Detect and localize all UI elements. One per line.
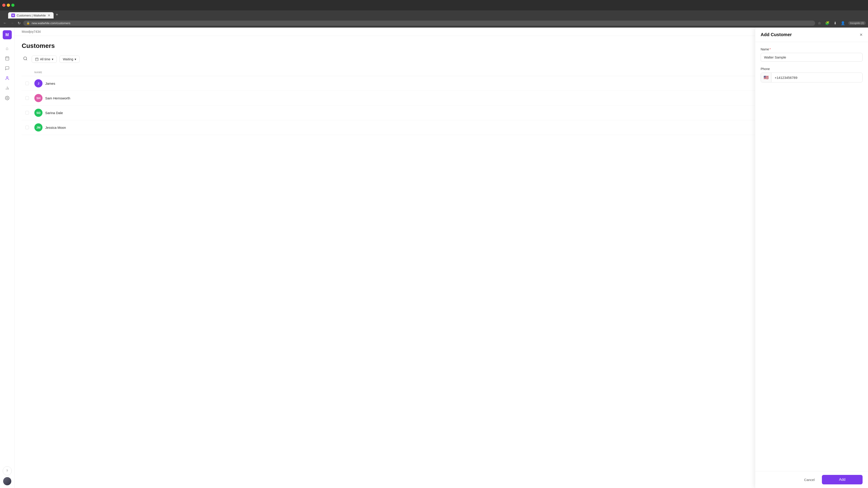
org-name: Moodjoy7434 <box>22 30 41 33</box>
row-checkbox[interactable] <box>25 126 29 129</box>
customer-name: JM Jessica Moon <box>34 123 789 131</box>
table-rows: J James 1 Waitlist SH Sam Hemsworth 3 Bo… <box>22 76 861 135</box>
home-icon: ⌂ <box>6 46 8 51</box>
table-row[interactable]: SH Sam Hemsworth 3 Booking <box>22 91 861 105</box>
customer-avatar: SH <box>34 94 42 102</box>
settings-icon <box>5 96 9 100</box>
row-checkbox[interactable] <box>25 96 29 100</box>
name-field-group: Name* <box>761 47 863 62</box>
state-filter-btn[interactable]: Waiting ▾ <box>59 56 80 63</box>
panel-title: Add Customer <box>761 32 792 37</box>
name-input[interactable] <box>761 53 863 62</box>
svg-point-8 <box>6 98 8 99</box>
main-content: Moodjoy7434 Customers All time ▾ <box>14 28 868 488</box>
customer-name: SH Sam Hemsworth <box>34 94 789 102</box>
messages-icon <box>5 66 9 70</box>
nav-reload-btn[interactable]: ↻ <box>17 20 22 26</box>
user-avatar[interactable] <box>3 477 11 485</box>
svg-rect-0 <box>5 57 9 60</box>
phone-input[interactable] <box>772 73 862 82</box>
phone-field-group: Phone 🇺🇸 <box>761 67 863 83</box>
customer-name: J James <box>34 79 789 88</box>
customer-name-text: James <box>45 82 55 86</box>
flag-emoji: 🇺🇸 <box>764 75 769 80</box>
date-filter-label: All time <box>40 57 51 61</box>
browser-chrome <box>0 0 868 10</box>
customer-name-text: Sam Hemsworth <box>45 96 70 100</box>
sidebar-item-messages[interactable] <box>3 64 12 73</box>
window-controls <box>2 4 14 7</box>
sidebar: M ⌂ <box>0 28 14 488</box>
search-button[interactable] <box>22 55 29 63</box>
sidebar-item-customers[interactable] <box>3 74 12 83</box>
new-tab-btn[interactable]: + <box>54 11 61 19</box>
tab-close-btn[interactable]: ✕ <box>48 13 51 17</box>
date-filter-btn[interactable]: All time ▾ <box>32 56 57 63</box>
name-label: Name* <box>761 47 863 51</box>
table-header: NAME VISITS STATE <box>22 69 861 76</box>
profile-btn[interactable]: 👤 <box>840 20 846 26</box>
row-checkbox[interactable] <box>25 82 29 85</box>
sidebar-item-analytics[interactable] <box>3 84 12 93</box>
panel-footer: Cancel Add <box>755 471 868 488</box>
calendar-filter-icon <box>35 57 39 61</box>
toolbar: All time ▾ Waiting ▾ <box>22 55 861 63</box>
avatar-image <box>3 477 11 485</box>
table-row[interactable]: JM Jessica Moon 1 Waitlist <box>22 120 861 135</box>
customers-table: NAME VISITS STATE J James 1 Waitlist SH … <box>22 69 861 135</box>
incognito-badge: Incognito (2) <box>848 21 866 25</box>
bookmark-btn[interactable]: ☆ <box>817 20 822 26</box>
address-bar[interactable]: 🔒 new.waitwhile.com/customers <box>23 21 815 26</box>
nav-forward-btn[interactable]: → <box>9 20 15 26</box>
cancel-button[interactable]: Cancel <box>800 475 819 484</box>
svg-rect-11 <box>35 58 38 61</box>
nav-back-btn[interactable]: ← <box>2 20 8 26</box>
close-window-btn[interactable] <box>2 4 5 7</box>
maximize-window-btn[interactable] <box>11 4 14 7</box>
page-title: Customers <box>22 42 861 50</box>
customer-name-text: Sarina Dale <box>45 111 63 115</box>
table-row[interactable]: J James 1 Waitlist <box>22 76 861 91</box>
url-text: new.waitwhile.com/customers <box>32 22 70 25</box>
tab-title: Customers | Waitwhile <box>17 14 46 17</box>
row-checkbox[interactable] <box>25 111 29 115</box>
state-filter-chevron: ▾ <box>74 57 76 61</box>
tab-favicon: W <box>11 13 15 17</box>
customer-name: SD Sarina Dale <box>34 109 789 117</box>
add-button[interactable]: Add <box>822 475 863 484</box>
customer-avatar: JM <box>34 123 42 131</box>
sidebar-item-help[interactable]: ? <box>3 466 12 475</box>
app-wrapper: M ⌂ <box>0 28 868 488</box>
sidebar-item-settings[interactable] <box>3 94 12 103</box>
customers-icon <box>5 76 9 80</box>
search-icon <box>23 56 28 61</box>
phone-flag[interactable]: 🇺🇸 <box>761 73 772 82</box>
minimize-window-btn[interactable] <box>7 4 10 7</box>
svg-line-10 <box>26 59 27 60</box>
col-name: NAME <box>34 71 789 74</box>
state-filter-label: Waiting <box>63 57 73 61</box>
svg-point-9 <box>24 57 27 60</box>
calendar-icon <box>5 56 9 61</box>
active-tab[interactable]: W Customers | Waitwhile ✕ <box>8 12 54 19</box>
extensions-btn[interactable]: 🧩 <box>824 20 831 26</box>
customer-avatar: J <box>34 79 42 88</box>
sidebar-bottom: ? <box>3 466 12 485</box>
customer-avatar: SD <box>34 109 42 117</box>
col-check <box>25 71 34 74</box>
sidebar-item-home[interactable]: ⌂ <box>3 44 12 53</box>
table-row[interactable]: SD Sarina Dale 1 Waitlist <box>22 105 861 120</box>
phone-label: Phone <box>761 67 863 71</box>
download-btn[interactable]: ⬇ <box>833 20 837 26</box>
svg-point-4 <box>6 76 8 78</box>
panel-close-btn[interactable]: × <box>860 32 863 37</box>
sidebar-item-calendar[interactable] <box>3 54 12 63</box>
date-filter-chevron: ▾ <box>52 57 53 61</box>
panel-header: Add Customer × <box>755 28 868 42</box>
phone-input-wrapper: 🇺🇸 <box>761 72 863 83</box>
customer-name-text: Jessica Moon <box>45 126 66 129</box>
panel-body: Name* Phone 🇺🇸 <box>755 42 868 471</box>
sidebar-logo[interactable]: M <box>3 30 12 39</box>
org-header: Moodjoy7434 <box>14 28 868 36</box>
browser-actions: ☆ 🧩 ⬇ 👤 Incognito (2) <box>817 20 866 26</box>
